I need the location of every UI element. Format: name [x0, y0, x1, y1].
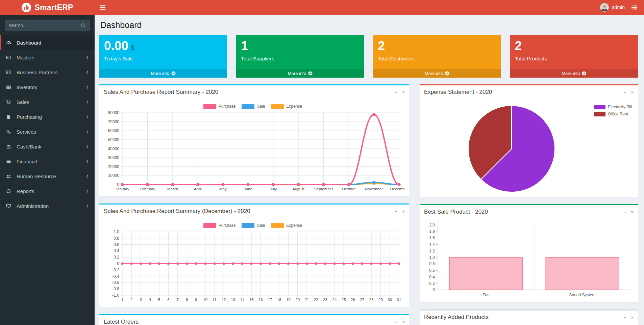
- svg-text:April: April: [194, 187, 202, 191]
- legend-swatch: [203, 104, 216, 109]
- svg-text:20000: 20000: [108, 164, 120, 169]
- sidebar-menu: DashboardMastersBusiness PartnersInvento…: [0, 35, 95, 213]
- sidebar-item-business-partners[interactable]: Business Partners: [0, 65, 95, 80]
- briefcase-icon: [6, 159, 14, 164]
- brand-logo[interactable]: SmartERP: [0, 0, 95, 15]
- svg-text:50000: 50000: [108, 137, 120, 142]
- svg-text:18: 18: [277, 298, 281, 302]
- sidebar-item-purchasing[interactable]: Purchasing: [0, 109, 95, 124]
- main-content: Dashboard 0.00$Today's SaleMore info1Tot…: [95, 15, 644, 325]
- more-info-link[interactable]: More info: [236, 69, 364, 78]
- sidebar-item-services[interactable]: Services: [0, 124, 95, 139]
- sidebar-item-label: Human Resource: [17, 173, 56, 179]
- search-input[interactable]: [5, 20, 76, 31]
- close-icon[interactable]: ×: [402, 90, 405, 94]
- sidebar-item-sales[interactable]: Sales: [0, 94, 95, 109]
- more-info-link[interactable]: More info: [99, 69, 227, 78]
- more-info-link[interactable]: More info: [510, 69, 638, 78]
- svg-text:January: January: [116, 187, 129, 191]
- sidebar-search: [5, 20, 90, 31]
- chevron-left-icon: [85, 100, 89, 104]
- svg-text:24: 24: [332, 298, 337, 302]
- sidebar-item-label: Inventory: [17, 84, 38, 90]
- collapse-icon[interactable]: −: [395, 209, 398, 214]
- svg-text:December: December: [390, 187, 404, 191]
- svg-text:17: 17: [268, 298, 272, 302]
- close-icon[interactable]: ×: [631, 90, 634, 94]
- sidebar-item-label: Services: [17, 129, 36, 135]
- panel-best-sale-product: Best Sale Product - 2020 − × 00.20.40.60…: [420, 204, 638, 302]
- svg-text:13: 13: [231, 298, 235, 302]
- info-box-label: Total Suppliers: [241, 56, 359, 61]
- svg-text:9: 9: [195, 298, 197, 302]
- panel-title: Latest Orders: [104, 319, 139, 325]
- info-box-value: 2: [515, 39, 522, 53]
- chevron-left-icon: [85, 130, 89, 134]
- info-box-value: 0.00: [104, 39, 128, 53]
- close-icon[interactable]: ×: [402, 209, 405, 214]
- panel-sales-purchase-year: Sales And Purchase Report Summary - 2020…: [99, 84, 409, 196]
- svg-text:0.8: 0.8: [429, 262, 435, 266]
- svg-text:August: August: [292, 187, 305, 191]
- id-card-icon: [6, 70, 14, 75]
- tachometer-icon: [6, 40, 14, 45]
- collapse-icon[interactable]: −: [624, 210, 626, 214]
- sidebar-item-masters[interactable]: Masters: [0, 50, 95, 65]
- info-box-today-s-sale: 0.00$Today's SaleMore info: [99, 35, 227, 78]
- legend-swatch: [594, 105, 605, 109]
- navbar-right-menu: admin: [600, 0, 644, 15]
- sidebar-item-administration[interactable]: Administration: [0, 198, 95, 213]
- sidebar-item-reports[interactable]: Reports: [0, 184, 95, 198]
- svg-text:25: 25: [342, 298, 346, 302]
- svg-text:-0.2: -0.2: [112, 268, 119, 272]
- circle-o-icon: [6, 189, 14, 194]
- sidebar-item-human-resource[interactable]: Human Resource: [0, 169, 95, 184]
- svg-text:February: February: [140, 187, 155, 191]
- svg-text:2.0: 2.0: [429, 223, 435, 227]
- collapse-icon[interactable]: −: [395, 320, 398, 324]
- cogs-icon: [6, 129, 14, 134]
- svg-text:10000: 10000: [108, 173, 120, 178]
- sidebar-item-cash-bank[interactable]: Cash/Bank: [0, 139, 95, 154]
- sales-purchase-december-line-chart: -1.0-0.8-0.6-0.4-0.200.20.40.60.81.01234…: [103, 229, 404, 303]
- sidebar-item-inventory[interactable]: Inventory: [0, 80, 95, 94]
- sidebar-item-dashboard[interactable]: Dashboard: [0, 35, 95, 50]
- svg-text:0.8: 0.8: [114, 236, 119, 241]
- svg-text:-0.4: -0.4: [112, 274, 119, 279]
- svg-text:28: 28: [369, 298, 374, 302]
- svg-text:40000: 40000: [108, 146, 120, 151]
- sidebar-item-label: Dashboard: [17, 40, 41, 46]
- close-icon[interactable]: ×: [402, 320, 405, 324]
- sliders-icon: [631, 5, 637, 10]
- collapse-icon[interactable]: −: [624, 315, 626, 320]
- more-info-link[interactable]: More info: [373, 69, 501, 78]
- info-box-label: Today's Sale: [104, 56, 222, 61]
- left-column: Sales And Purchase Report Summary - 2020…: [99, 84, 409, 325]
- legend-label: Expense: [287, 104, 302, 109]
- arrow-circle-right-icon: [582, 71, 586, 76]
- sidebar-toggle-button[interactable]: [95, 0, 111, 15]
- chevron-left-icon: [85, 71, 89, 74]
- chart-legend: PurchaseSaleExpense: [103, 222, 406, 229]
- panel-header: Best Sale Product - 2020 − ×: [420, 205, 638, 219]
- info-box-label: Total Products: [515, 56, 633, 61]
- svg-text:0: 0: [117, 182, 119, 187]
- close-icon[interactable]: ×: [631, 315, 634, 320]
- user-menu[interactable]: admin: [600, 3, 625, 12]
- chevron-left-icon: [85, 145, 89, 148]
- chevron-left-icon: [85, 174, 89, 178]
- search-button[interactable]: [76, 20, 90, 31]
- svg-text:Sound System: Sound System: [569, 293, 595, 297]
- close-icon[interactable]: ×: [631, 210, 634, 214]
- legend-item-electricity-bill: Electricity Bill: [594, 105, 632, 109]
- arrow-circle-right-icon: [308, 71, 313, 76]
- sidebar-item-label: Purchasing: [17, 114, 42, 120]
- legend-item-sale: Sale: [242, 223, 265, 228]
- svg-text:November: November: [365, 187, 383, 191]
- svg-text:-0.6: -0.6: [112, 280, 119, 285]
- sidebar-item-financial[interactable]: Financial: [0, 154, 95, 169]
- legend-label: Sale: [257, 104, 265, 109]
- collapse-icon[interactable]: −: [624, 90, 626, 94]
- collapse-icon[interactable]: −: [395, 90, 398, 94]
- control-sidebar-button[interactable]: [631, 5, 637, 10]
